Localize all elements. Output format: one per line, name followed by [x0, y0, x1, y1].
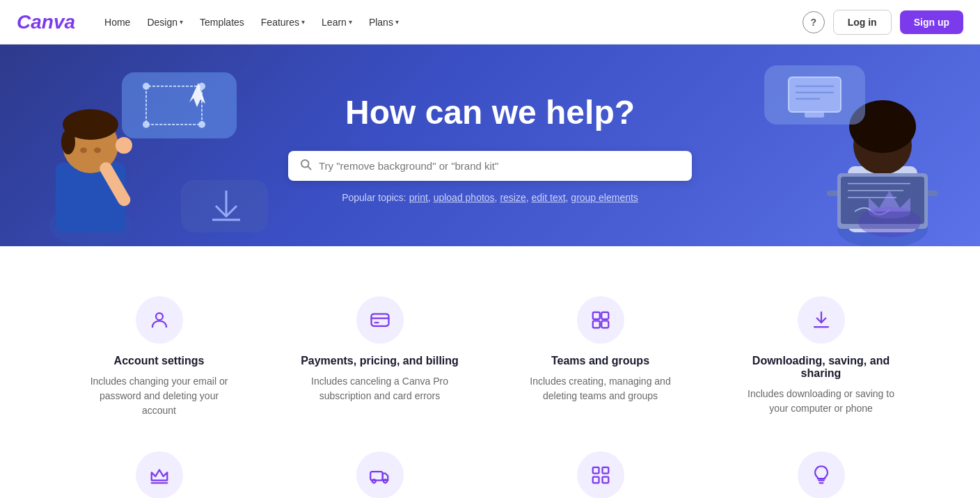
chat-bubble	[761, 62, 872, 138]
downloading-icon-wrap	[798, 296, 845, 344]
svg-point-11	[143, 83, 150, 90]
svg-rect-24	[837, 173, 928, 229]
svg-point-52	[384, 479, 387, 483]
downloading-description: Includes downloading or saving to your c…	[745, 387, 898, 416]
svg-rect-45	[592, 321, 599, 328]
teams-icon-wrap	[577, 296, 624, 344]
payments-description: Includes canceling a Canva Pro subscript…	[303, 374, 457, 403]
subscriptions-icon-wrap	[136, 451, 183, 498]
svg-point-4	[61, 129, 75, 154]
nav-link-design[interactable]: Design▾	[140, 11, 190, 33]
signup-button[interactable]: Sign up	[900, 10, 963, 34]
svg-rect-7	[97, 160, 133, 209]
svg-rect-1	[56, 163, 125, 232]
category-fix-problem[interactable]: Fix a problemIncludes quick solutions to…	[718, 440, 924, 498]
account-settings-description: Includes changing your email or password…	[83, 374, 236, 418]
svg-rect-54	[602, 467, 608, 474]
svg-rect-40	[371, 314, 388, 326]
svg-line-38	[308, 166, 310, 169]
svg-rect-44	[601, 312, 608, 319]
popular-topic-edit-text[interactable]: edit text	[532, 192, 566, 203]
svg-rect-55	[592, 477, 599, 483]
popular-topic-group-elements[interactable]: group elements	[571, 192, 638, 203]
svg-point-51	[372, 479, 375, 483]
search-input[interactable]	[319, 160, 681, 172]
svg-rect-30	[789, 77, 841, 112]
popular-topic-upload-photos[interactable]: upload photos	[434, 192, 495, 203]
chevron-learn-icon: ▾	[349, 18, 352, 26]
svg-rect-56	[602, 477, 608, 483]
downloading-title: Downloading, saving, and sharing	[732, 355, 910, 380]
print-delivery-icon-wrap	[356, 451, 404, 498]
svg-rect-50	[370, 472, 383, 481]
svg-point-21	[853, 116, 912, 175]
hero-content: How can we help? Popular topics: print, …	[277, 60, 703, 231]
category-subscriptions[interactable]: Canva subscriptionsIncludes Canva Pro, C…	[56, 440, 262, 498]
svg-rect-9	[122, 72, 237, 138]
svg-rect-20	[848, 166, 917, 232]
svg-rect-16	[181, 180, 268, 232]
svg-marker-15	[189, 83, 205, 107]
svg-point-36	[869, 207, 910, 218]
svg-point-6	[94, 147, 101, 153]
popular-topic-print[interactable]: print	[409, 192, 428, 203]
payments-title: Payments, pricing, and billing	[301, 355, 459, 367]
category-print-delivery[interactable]: Print and deliveryIncludes order status,…	[276, 440, 483, 498]
category-account-settings[interactable]: Account settingsIncludes changing your e…	[56, 285, 262, 440]
nav-link-features[interactable]: Features▾	[254, 11, 312, 33]
download-bubble	[177, 177, 275, 239]
nav-link-learn[interactable]: Learn▾	[315, 11, 359, 33]
navbar: Canva HomeDesign▾TemplatesFeatures▾Learn…	[0, 0, 980, 45]
search-icon	[299, 158, 312, 174]
teams-description: Includes creating, managing and deleting…	[524, 374, 677, 403]
account-settings-title: Account settings	[114, 355, 205, 367]
svg-point-14	[198, 121, 205, 128]
svg-point-35	[858, 207, 921, 237]
hero-section: How can we help? Popular topics: print, …	[0, 45, 980, 246]
svg-rect-10	[146, 86, 202, 124]
help-button[interactable]: ?	[803, 11, 825, 33]
svg-point-22	[849, 100, 916, 153]
hero-title: How can we help?	[345, 93, 635, 131]
design-bubble	[118, 69, 244, 152]
right-illustration	[771, 45, 966, 246]
crown-decoration	[855, 170, 924, 239]
popular-topics: Popular topics: print, upload photos, re…	[342, 192, 638, 203]
svg-rect-31	[805, 112, 824, 118]
nav-link-plans[interactable]: Plans▾	[362, 11, 406, 33]
svg-point-0	[49, 204, 132, 246]
teams-title: Teams and groups	[551, 355, 649, 367]
svg-point-2	[63, 118, 118, 173]
payments-icon-wrap	[356, 296, 404, 344]
nav-link-templates[interactable]: Templates	[193, 11, 251, 33]
canva-logo[interactable]: Canva	[17, 11, 75, 33]
category-payments[interactable]: Payments, pricing, and billingIncludes c…	[276, 285, 483, 440]
svg-rect-23	[827, 191, 938, 196]
category-downloading[interactable]: Downloading, saving, and sharingIncludes…	[718, 285, 924, 440]
nav-link-home[interactable]: Home	[97, 11, 137, 33]
svg-rect-29	[764, 65, 865, 124]
account-settings-icon-wrap	[136, 296, 183, 344]
svg-rect-53	[592, 467, 599, 474]
svg-point-13	[143, 121, 150, 128]
chevron-features-icon: ▾	[301, 18, 305, 26]
svg-point-5	[80, 147, 87, 153]
category-editing[interactable]: Editing and designingIncludes images, vi…	[497, 440, 704, 498]
login-button[interactable]: Log in	[833, 10, 892, 35]
categories-section: Account settingsIncludes changing your e…	[0, 246, 980, 498]
editing-icon-wrap	[577, 451, 624, 498]
nav-links: HomeDesign▾TemplatesFeatures▾Learn▾Plans…	[97, 11, 803, 33]
svg-point-12	[198, 83, 205, 90]
search-bar	[288, 151, 692, 181]
fix-problem-icon-wrap	[798, 451, 845, 498]
category-teams[interactable]: Teams and groupsIncludes creating, manag…	[497, 285, 704, 440]
nav-actions: ? Log in Sign up	[803, 10, 963, 35]
chevron-plans-icon: ▾	[395, 18, 399, 26]
left-illustration	[21, 45, 174, 246]
svg-rect-43	[592, 312, 599, 319]
svg-point-3	[63, 109, 118, 140]
svg-rect-46	[601, 321, 608, 328]
svg-rect-25	[841, 177, 924, 224]
popular-topic-resize[interactable]: resize	[500, 192, 525, 203]
svg-point-8	[116, 137, 132, 154]
